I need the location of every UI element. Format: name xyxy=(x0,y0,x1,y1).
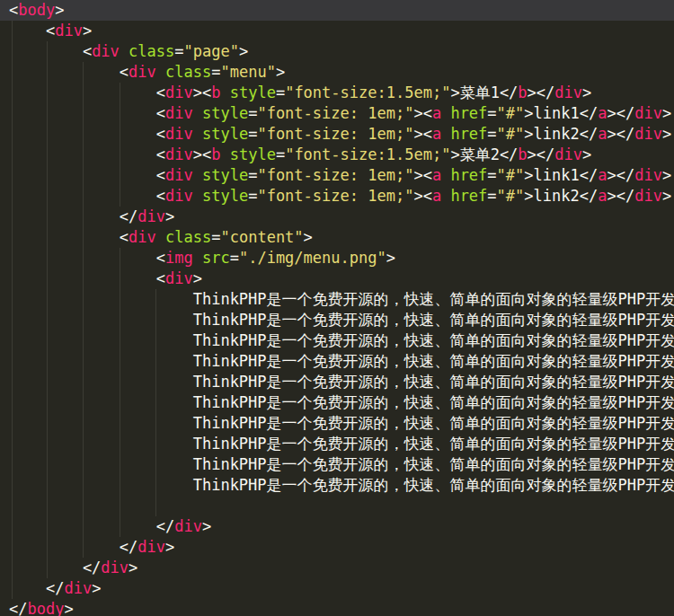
token-p: < xyxy=(9,104,165,122)
token-tag: div xyxy=(165,84,193,101)
token-attr: href xyxy=(450,104,487,122)
code-line[interactable]: ThinkPHP是一个免费开源的，快速、简单的面向对象的轻量级PHP开发 xyxy=(9,372,674,392)
token-p: </ xyxy=(500,84,518,101)
token-attr: href xyxy=(450,166,487,184)
token-str: "#" xyxy=(497,187,525,205)
token-txt: 菜单1 xyxy=(460,84,500,101)
token-p: = xyxy=(248,125,257,143)
token-txt: ThinkPHP是一个免费开源的，快速、简单的面向对象的轻量级PHP开发 xyxy=(9,331,674,349)
token-txt: link1 xyxy=(534,166,580,184)
token-p: > xyxy=(662,187,671,205)
token-p: < xyxy=(9,228,129,246)
token-p xyxy=(441,125,450,143)
code-line[interactable]: <div style="font-size: 1em;"><a href="#"… xyxy=(9,165,674,186)
code-line[interactable]: ThinkPHP是一个免费开源的，快速、简单的面向对象的轻量级PHP开发 xyxy=(9,289,674,310)
token-str: "#" xyxy=(497,125,525,143)
code-line-current[interactable]: <body> xyxy=(0,0,674,21)
code-editor[interactable]: <body> <div> <div class="page"> <div cla… xyxy=(0,0,674,616)
token-tag: b xyxy=(211,145,220,163)
token-txt: link1 xyxy=(534,104,580,122)
token-p: > xyxy=(276,63,285,81)
token-tag: a xyxy=(432,125,441,143)
token-p: </ xyxy=(500,145,518,163)
token-attr: style xyxy=(202,187,248,205)
token-p: = xyxy=(211,228,220,246)
token-txt: 菜单2 xyxy=(460,145,500,163)
token-p: < xyxy=(9,249,165,267)
token-p: > xyxy=(165,538,174,556)
token-p: </ xyxy=(9,559,101,576)
code-line[interactable] xyxy=(9,496,674,516)
token-p: > xyxy=(92,579,101,597)
token-tag: b xyxy=(518,84,527,101)
token-p xyxy=(441,187,450,205)
token-p: </ xyxy=(580,166,598,184)
token-txt: ThinkPHP是一个免费开源的，快速、简单的面向对象的轻量级PHP开发 xyxy=(9,455,674,473)
token-p: > xyxy=(450,84,459,101)
token-p: = xyxy=(487,104,496,122)
code-line[interactable]: <div style="font-size: 1em;"><a href="#"… xyxy=(9,124,674,145)
token-attr: class xyxy=(165,63,211,81)
token-p: = xyxy=(248,104,257,122)
token-p xyxy=(193,249,202,267)
token-tag: div xyxy=(554,84,582,101)
code-line[interactable]: <div class="content"> xyxy=(9,227,674,248)
code-line[interactable]: </div> xyxy=(9,207,674,227)
token-tag: div xyxy=(55,22,83,40)
token-tag: a xyxy=(598,187,607,205)
token-p xyxy=(441,166,450,184)
token-p: </ xyxy=(580,187,598,205)
token-p: = xyxy=(487,125,496,143)
code-line[interactable]: <div class="page"> xyxy=(9,41,674,62)
token-p: > xyxy=(83,22,92,40)
code-line[interactable]: ThinkPHP是一个免费开源的，快速、简单的面向对象的轻量级PHP开发 xyxy=(9,330,674,351)
token-p xyxy=(156,63,165,81)
code-line[interactable]: <div> xyxy=(9,21,674,41)
code-line[interactable]: <div style="font-size: 1em;"><a href="#"… xyxy=(9,186,674,207)
code-line[interactable]: <div class="menu"> xyxy=(9,62,674,83)
token-p: >< xyxy=(193,84,211,101)
token-p: > xyxy=(662,166,671,184)
token-txt: ThinkPHP是一个免费开源的，快速、简单的面向对象的轻量级PHP开发 xyxy=(9,290,674,308)
code-line[interactable]: </div> xyxy=(9,537,674,558)
token-tag: div xyxy=(165,145,193,163)
token-p: > xyxy=(662,104,671,122)
code-line[interactable]: ThinkPHP是一个免费开源的，快速、简单的面向对象的轻量级PHP开发 xyxy=(9,392,674,413)
code-line[interactable]: <div><b style="font-size:1.5em;">菜单1</b>… xyxy=(9,83,674,103)
token-p xyxy=(193,125,202,143)
code-line[interactable]: <div> xyxy=(9,268,674,289)
token-tag: div xyxy=(634,125,662,143)
code-line[interactable]: </div> xyxy=(9,516,674,537)
code-line[interactable]: ThinkPHP是一个免费开源的，快速、简单的面向对象的轻量级PHP开发 xyxy=(9,413,674,434)
token-p: ></ xyxy=(607,187,634,205)
code-line[interactable]: </div> xyxy=(9,558,674,578)
code-line[interactable]: </body> xyxy=(9,599,674,616)
token-p: < xyxy=(9,125,165,143)
code-line[interactable]: ThinkPHP是一个免费开源的，快速、简单的面向对象的轻量级PHP开发 xyxy=(9,434,674,454)
token-p xyxy=(193,104,202,122)
token-tag: div xyxy=(165,187,193,205)
token-str: "menu" xyxy=(220,63,275,81)
code-line[interactable]: ThinkPHP是一个免费开源的，快速、简单的面向对象的轻量级PHP开发 xyxy=(9,475,674,496)
code-line[interactable]: ThinkPHP是一个免费开源的，快速、简单的面向对象的轻量级PHP开发 xyxy=(9,351,674,372)
token-tag: div xyxy=(165,269,193,287)
code-line[interactable]: ThinkPHP是一个免费开源的，快速、简单的面向对象的轻量级PHP开发 xyxy=(9,310,674,330)
token-str: "./img/menu.png" xyxy=(239,249,386,267)
token-attr: class xyxy=(165,228,211,246)
code-line[interactable]: <img src="./img/menu.png"> xyxy=(9,248,674,268)
token-tag: div xyxy=(137,207,165,225)
token-p: > xyxy=(524,104,533,122)
token-p: > xyxy=(55,1,64,19)
token-p: > xyxy=(524,166,533,184)
token-tag: a xyxy=(432,187,441,205)
token-tag: div xyxy=(129,228,156,246)
code-line[interactable]: ThinkPHP是一个免费开源的，快速、简单的面向对象的轻量级PHP开发 xyxy=(9,454,674,475)
token-p: = xyxy=(487,166,496,184)
code-line[interactable]: <div><b style="font-size:1.5em;">菜单2</b>… xyxy=(9,145,674,165)
token-p: > xyxy=(386,249,395,267)
token-tag: div xyxy=(634,187,662,205)
token-p: < xyxy=(9,187,165,205)
code-line[interactable]: </div> xyxy=(9,578,674,599)
token-tag: div xyxy=(634,104,662,122)
code-line[interactable]: <div style="font-size: 1em;"><a href="#"… xyxy=(9,103,674,124)
